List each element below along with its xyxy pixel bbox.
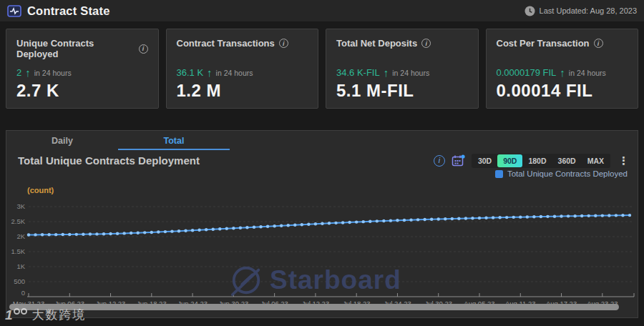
- line-chart: 05001K1.5K2K2.5K3K(count)May 31,23Jun 06…: [6, 184, 638, 312]
- chart-info-icon[interactable]: i: [434, 155, 445, 167]
- app-header: Contract State Last Updated: Aug 28, 202…: [0, 0, 644, 21]
- card-value: 0.00014 FIL: [497, 81, 628, 101]
- svg-text:1.5K: 1.5K: [11, 247, 25, 255]
- delta-value: 0.0000179 FIL: [497, 67, 557, 78]
- range-90d[interactable]: 90D: [497, 154, 522, 167]
- up-arrow-icon: ↑: [560, 66, 565, 79]
- delta-suffix: in 24 hours: [392, 69, 429, 77]
- delta-suffix: in 24 hours: [34, 69, 72, 77]
- delta-value: 36.1 K: [177, 67, 204, 78]
- range-180d[interactable]: 180D: [522, 154, 552, 167]
- more-options-icon[interactable]: ⋮: [617, 155, 630, 166]
- svg-text:1K: 1K: [16, 262, 25, 270]
- info-icon[interactable]: i: [594, 39, 603, 48]
- chart-panel: Daily Total Total Unique Contracts Deplo…: [6, 130, 638, 318]
- chart-title: Total Unique Contracts Deployment: [18, 154, 200, 167]
- card-unique-contracts-deployed: Unique Contracts Deployed i 2 ↑ in 24 ho…: [6, 29, 159, 109]
- legend-label: Total Unique Contracts Deployed: [507, 169, 628, 178]
- svg-text:2.5K: 2.5K: [11, 217, 25, 225]
- site-watermark: 1 大数跨境: [5, 307, 87, 323]
- calendar-icon[interactable]: [452, 154, 465, 167]
- up-arrow-icon: ↑: [25, 66, 31, 79]
- delta-value: 34.6 K-FIL: [336, 67, 380, 78]
- svg-text:500: 500: [14, 277, 25, 285]
- up-arrow-icon: ↑: [207, 66, 213, 79]
- page-title: Contract State: [27, 4, 110, 18]
- svg-text:0: 0: [21, 289, 25, 297]
- info-icon[interactable]: i: [139, 44, 148, 54]
- card-contract-transactions: Contract Transactions i 36.1 K ↑ in 24 h…: [166, 29, 319, 109]
- range-360d[interactable]: 360D: [552, 154, 582, 167]
- range-30d[interactable]: 30D: [472, 154, 497, 167]
- delta-value: 2: [16, 67, 21, 78]
- card-value: 5.1 M-FIL: [336, 81, 468, 101]
- info-icon[interactable]: i: [279, 39, 288, 48]
- up-arrow-icon: ↑: [384, 66, 389, 79]
- card-title: Unique Contracts Deployed: [16, 38, 135, 59]
- svg-text:3K: 3K: [16, 202, 25, 210]
- svg-text:(count): (count): [27, 186, 54, 194]
- site-logo-icon: 1: [5, 307, 27, 323]
- last-updated-label: Last Updated: Aug 28, 2023: [540, 6, 637, 15]
- card-title: Contract Transactions: [177, 38, 275, 49]
- legend-swatch: [495, 170, 503, 178]
- card-cost-per-transaction: Cost Per Transaction i 0.0000179 FIL ↑ i…: [486, 29, 639, 109]
- delta-suffix: in 24 hours: [216, 69, 253, 77]
- legend-item[interactable]: Total Unique Contracts Deployed: [495, 169, 628, 178]
- svg-text:2K: 2K: [16, 232, 25, 240]
- tab-bar: Daily Total: [6, 131, 638, 150]
- tab-daily[interactable]: Daily: [6, 131, 118, 150]
- range-max[interactable]: MAX: [582, 154, 610, 167]
- card-value: 1.2 M: [177, 81, 308, 101]
- clock-icon: [525, 6, 535, 16]
- stat-cards-row: Unique Contracts Deployed i 2 ↑ in 24 ho…: [0, 21, 644, 109]
- tab-total[interactable]: Total: [118, 131, 230, 150]
- range-selector: 30D 90D 180D 360D MAX: [472, 154, 610, 168]
- info-icon[interactable]: i: [421, 39, 431, 48]
- horizontal-scrollbar[interactable]: [9, 304, 619, 310]
- pulse-chart-icon: [7, 5, 21, 17]
- delta-suffix: in 24 hours: [569, 69, 606, 77]
- chart-canvas: 05001K1.5K2K2.5K3K(count)May 31,23Jun 06…: [7, 184, 637, 312]
- card-total-net-deposits: Total Net Deposits i 34.6 K-FIL ↑ in 24 …: [326, 29, 479, 109]
- card-title: Total Net Deposits: [336, 38, 417, 49]
- card-value: 2.7 K: [16, 81, 148, 101]
- site-watermark-text: 大数跨境: [32, 307, 87, 323]
- card-title: Cost Per Transaction: [497, 38, 590, 49]
